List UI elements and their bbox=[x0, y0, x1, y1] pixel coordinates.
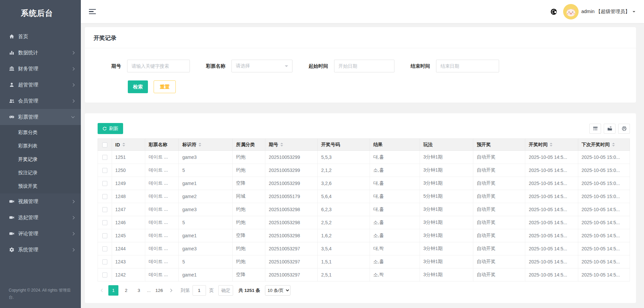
row-checkbox[interactable] bbox=[102, 181, 107, 186]
cell-identifier: game1 bbox=[179, 229, 232, 242]
next-page-button[interactable] bbox=[166, 285, 175, 296]
sidebar-item[interactable]: 会员管理 bbox=[0, 93, 81, 109]
page-number-button[interactable]: 126 bbox=[154, 285, 165, 296]
table-row: 1244데이트 ...game3约炮2025100532973,5,4대,짝3分… bbox=[98, 242, 630, 255]
row-checkbox[interactable] bbox=[102, 220, 107, 225]
reset-button[interactable]: 重置 bbox=[154, 80, 176, 93]
page-content: 开奖记录 期号 彩票名称 请选择 起始时间 bbox=[81, 23, 644, 308]
page-number-button[interactable]: 1 bbox=[108, 285, 118, 296]
select-all-checkbox[interactable] bbox=[102, 142, 107, 147]
sidebar-subitem[interactable]: 彩票分类 bbox=[0, 126, 81, 139]
filter-row: 期号 彩票名称 请选择 起始时间 bbox=[85, 48, 636, 72]
prev-page-button[interactable] bbox=[98, 285, 107, 296]
video-icon bbox=[9, 231, 15, 237]
topbar: admin 【超级管理员】 bbox=[81, 0, 644, 23]
row-checkbox[interactable] bbox=[102, 207, 107, 212]
row-checkbox-cell bbox=[98, 151, 112, 164]
sort-icon[interactable] bbox=[612, 143, 615, 146]
sidebar-item-label: 数据统计 bbox=[18, 50, 72, 56]
column-label: 下次开奖时间 bbox=[582, 142, 610, 148]
sidebar-item[interactable]: 超管管理 bbox=[0, 77, 81, 93]
sort-icon[interactable] bbox=[280, 143, 283, 146]
row-checkbox[interactable] bbox=[102, 155, 107, 160]
sidebar-item[interactable]: 评论管理 bbox=[0, 226, 81, 242]
row-checkbox[interactable] bbox=[102, 272, 107, 278]
row-checkbox[interactable] bbox=[102, 168, 107, 173]
page-number-button[interactable]: 2 bbox=[121, 285, 131, 296]
sidebar-toggle-button[interactable] bbox=[89, 9, 96, 14]
sidebar-item[interactable]: 视频管理 bbox=[0, 193, 81, 209]
row-checkbox[interactable] bbox=[102, 259, 107, 264]
column-header-issue[interactable]: 期号 bbox=[265, 139, 318, 151]
sidebar-item[interactable]: 系统管理 bbox=[0, 242, 81, 258]
theme-palette-icon[interactable] bbox=[550, 8, 558, 16]
sidebar-item[interactable]: 财务管理 bbox=[0, 61, 81, 77]
print-button[interactable] bbox=[618, 124, 630, 134]
end-time-label: 结束时间 bbox=[411, 63, 430, 69]
page-size-select[interactable]: 10 条/页 bbox=[265, 285, 290, 296]
row-checkbox[interactable] bbox=[102, 233, 107, 238]
row-checkbox[interactable] bbox=[102, 246, 107, 251]
refresh-button[interactable]: 刷新 bbox=[98, 123, 123, 134]
toggle-columns-button[interactable] bbox=[589, 124, 601, 134]
cell-issue: 202510053298 bbox=[265, 216, 318, 229]
sidebar-subitem[interactable]: 开奖记录 bbox=[0, 152, 81, 166]
cell-pre_draw: 自动开奖 bbox=[473, 203, 525, 216]
cell-numbers: 3,2,6 bbox=[318, 177, 370, 190]
sidebar-subitem[interactable]: 投注记录 bbox=[0, 166, 81, 179]
column-header-draw_time[interactable]: 开奖时间 bbox=[525, 139, 578, 151]
start-date-input[interactable] bbox=[334, 60, 394, 72]
column-header-pre_draw: 预开奖 bbox=[473, 139, 525, 151]
column-header-id[interactable]: ID bbox=[112, 139, 145, 151]
sort-icon[interactable] bbox=[122, 143, 125, 146]
user-menu[interactable]: admin 【超级管理员】 bbox=[563, 4, 635, 19]
page-ellipsis: ... bbox=[145, 285, 152, 296]
goto-confirm-button[interactable]: 确定 bbox=[218, 285, 233, 296]
column-label: ID bbox=[115, 142, 120, 147]
row-checkbox[interactable] bbox=[102, 194, 107, 199]
sidebar-item[interactable]: 数据统计 bbox=[0, 45, 81, 61]
goto-page-input[interactable] bbox=[193, 285, 206, 296]
filter-end-time: 结束时间 bbox=[411, 60, 499, 72]
chevron-right-icon bbox=[71, 200, 75, 203]
cell-name: 데이트 ... bbox=[145, 190, 179, 203]
refresh-label: 刷新 bbox=[109, 126, 118, 132]
end-date-input[interactable] bbox=[436, 60, 499, 72]
search-button[interactable]: 检索 bbox=[128, 80, 148, 93]
filter-lottery-name: 彩票名称 请选择 bbox=[206, 60, 292, 72]
row-checkbox-cell bbox=[98, 268, 112, 282]
cell-id: 1248 bbox=[112, 190, 145, 203]
cell-draw_time: 2025-10-05 14:5... bbox=[525, 203, 578, 216]
sort-icon[interactable] bbox=[550, 143, 552, 146]
table-header-row: ID彩票名称标识符所属分类期号开奖号码结果玩法预开奖开奖时间下次开奖时间 bbox=[98, 139, 630, 151]
sidebar-item[interactable]: 选妃管理 bbox=[0, 209, 81, 226]
cell-name: 데이트 ... bbox=[145, 216, 179, 229]
sidebar-item-label: 会员管理 bbox=[18, 98, 72, 104]
chevron-right-icon bbox=[71, 67, 75, 70]
sidebar-subitem[interactable]: 预设开奖 bbox=[0, 179, 81, 193]
sidebar-item[interactable]: 首页 bbox=[0, 28, 81, 45]
cell-issue: 202510055179 bbox=[265, 190, 318, 203]
cell-name: 데이트 ... bbox=[145, 151, 179, 164]
cell-result: 대,짝 bbox=[370, 242, 420, 255]
cell-play: 3分钟1期 bbox=[420, 229, 473, 242]
column-header-identifier[interactable]: 标识符 bbox=[179, 139, 232, 151]
sidebar-subitem[interactable]: 彩票列表 bbox=[0, 139, 81, 152]
sidebar-item[interactable]: 彩票管理 bbox=[0, 109, 81, 125]
cell-numbers: 2,5,2 bbox=[318, 216, 370, 229]
cell-result: 소,홀 bbox=[370, 164, 420, 177]
row-checkbox-cell bbox=[98, 255, 112, 268]
column-header-next_draw_time[interactable]: 下次开奖时间 bbox=[578, 139, 630, 151]
issue-search-input[interactable] bbox=[127, 60, 190, 72]
export-button[interactable] bbox=[604, 124, 615, 134]
lottery-name-select[interactable]: 请选择 bbox=[231, 60, 292, 72]
page-number-button[interactable]: 3 bbox=[134, 285, 144, 296]
cell-pre_draw: 自动开奖 bbox=[473, 229, 525, 242]
cell-name: 데이트 ... bbox=[145, 229, 179, 242]
cell-issue: 202510053297 bbox=[265, 268, 318, 282]
cell-pre_draw: 自动开奖 bbox=[473, 151, 525, 164]
sort-icon[interactable] bbox=[199, 143, 201, 146]
cell-id: 1251 bbox=[112, 151, 145, 164]
sidebar-item-label: 首页 bbox=[18, 34, 74, 40]
cell-result: 소,홀 bbox=[370, 216, 420, 229]
